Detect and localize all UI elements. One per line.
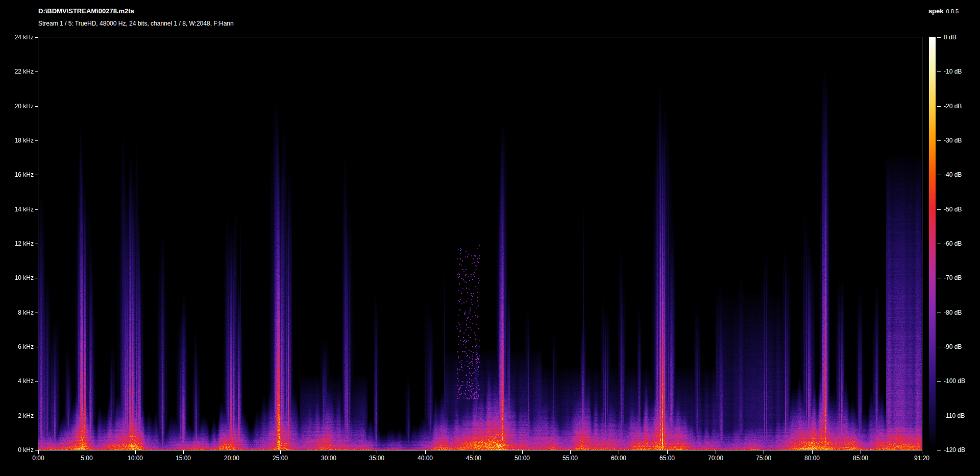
legend-tick-label: -10 dB: [944, 68, 979, 75]
legend-tick-label: -70 dB: [944, 274, 979, 281]
app-name: spek: [928, 7, 944, 15]
freq-tick: [35, 381, 38, 382]
time-tick: [667, 450, 668, 454]
time-tick-label: 35:00: [360, 455, 393, 462]
spectrogram-canvas: [38, 37, 922, 450]
time-tick-label: 25:00: [264, 455, 297, 462]
time-tick: [183, 450, 184, 454]
legend-tick: [937, 313, 941, 313]
time-tick-label: 0:00: [22, 455, 55, 462]
freq-tick: [35, 278, 38, 278]
time-tick-label: 15:00: [167, 455, 200, 462]
stream-info: Stream 1 / 5: TrueHD, 48000 Hz, 24 bits,…: [38, 20, 234, 27]
legend-tick: [937, 106, 941, 107]
time-tick: [232, 450, 232, 454]
time-tick-label: 30:00: [312, 455, 345, 462]
legend-tick: [937, 347, 941, 347]
freq-tick: [35, 347, 38, 347]
time-tick: [922, 450, 922, 454]
time-tick-label: 65:00: [651, 455, 683, 462]
freq-tick: [35, 209, 38, 210]
freq-tick-label: 2 kHz: [0, 412, 34, 419]
time-tick: [87, 450, 87, 454]
freq-tick-label: 6 kHz: [0, 343, 34, 350]
time-tick: [522, 450, 523, 454]
time-tick: [619, 450, 619, 454]
time-tick-label: 45:00: [457, 455, 490, 462]
legend-tick-label: -90 dB: [944, 343, 979, 350]
legend-tick: [937, 175, 941, 175]
freq-tick: [35, 244, 38, 244]
freq-tick: [35, 72, 38, 72]
time-tick: [135, 450, 136, 454]
legend-tick-label: -50 dB: [944, 206, 979, 213]
time-tick-label: 5:00: [70, 455, 103, 462]
legend-tick: [937, 140, 941, 141]
time-tick: [474, 450, 474, 454]
legend-tick: [937, 416, 941, 416]
time-tick-label: 85:00: [844, 455, 877, 462]
time-tick: [812, 450, 813, 454]
legend-tick: [937, 244, 941, 244]
legend-tick-label: -20 dB: [944, 103, 979, 110]
legend-tick-label: -100 dB: [944, 377, 979, 385]
time-tick: [764, 450, 764, 454]
freq-tick: [35, 106, 38, 107]
time-tick-label: 60:00: [602, 455, 635, 462]
legend-tick-label: -80 dB: [944, 309, 979, 316]
spek-window: D:\BDMV\STREAM\00278.m2ts Stream 1 / 5: …: [0, 0, 980, 476]
time-tick-label: 91:20: [905, 455, 938, 462]
legend-tick: [937, 450, 941, 450]
time-tick-label: 50:00: [506, 455, 538, 462]
legend-tick-label: 0 dB: [944, 34, 979, 41]
freq-tick-label: 22 kHz: [0, 68, 34, 75]
legend-tick: [937, 72, 941, 72]
freq-tick: [35, 37, 38, 38]
freq-tick-label: 0 kHz: [0, 446, 34, 454]
legend-tick: [937, 381, 941, 382]
freq-tick: [35, 416, 38, 416]
freq-tick-label: 10 kHz: [0, 274, 34, 281]
file-path-title: D:\BDMV\STREAM\00278.m2ts: [38, 7, 134, 15]
freq-tick-label: 24 kHz: [0, 34, 34, 41]
freq-tick-label: 8 kHz: [0, 309, 34, 316]
freq-tick-label: 16 kHz: [0, 171, 34, 178]
time-tick-label: 40:00: [409, 455, 442, 462]
time-tick: [716, 450, 716, 454]
time-tick-label: 10:00: [119, 455, 152, 462]
time-tick: [425, 450, 426, 454]
time-tick-label: 70:00: [699, 455, 732, 462]
legend-tick-label: -110 dB: [944, 412, 979, 419]
time-tick-label: 20:00: [215, 455, 248, 462]
time-tick: [861, 450, 861, 454]
legend-tick: [937, 209, 941, 210]
freq-tick: [35, 450, 38, 450]
legend-tick: [937, 278, 941, 278]
freq-tick-label: 20 kHz: [0, 103, 34, 110]
time-tick: [377, 450, 377, 454]
time-tick-label: 80:00: [796, 455, 828, 462]
freq-tick-label: 4 kHz: [0, 377, 34, 385]
time-tick: [38, 450, 39, 454]
freq-tick-label: 12 kHz: [0, 240, 34, 247]
time-tick: [280, 450, 281, 454]
time-tick-label: 55:00: [554, 455, 586, 462]
time-tick: [329, 450, 329, 454]
freq-tick: [35, 140, 38, 141]
legend-tick-label: -30 dB: [944, 137, 979, 144]
time-tick: [570, 450, 571, 454]
legend-tick-label: -120 dB: [944, 446, 979, 454]
legend-tick-label: -60 dB: [944, 240, 979, 247]
app-version: 0.8.5: [946, 8, 959, 14]
freq-tick-label: 14 kHz: [0, 206, 34, 213]
freq-tick-label: 18 kHz: [0, 137, 34, 144]
freq-tick: [35, 313, 38, 313]
legend-tick-label: -40 dB: [944, 171, 979, 178]
legend-gradient-bar: [929, 37, 936, 450]
time-tick-label: 75:00: [747, 455, 780, 462]
freq-tick: [35, 175, 38, 175]
legend-tick: [937, 37, 941, 38]
app-brand: spek 0.8.5: [928, 7, 959, 15]
